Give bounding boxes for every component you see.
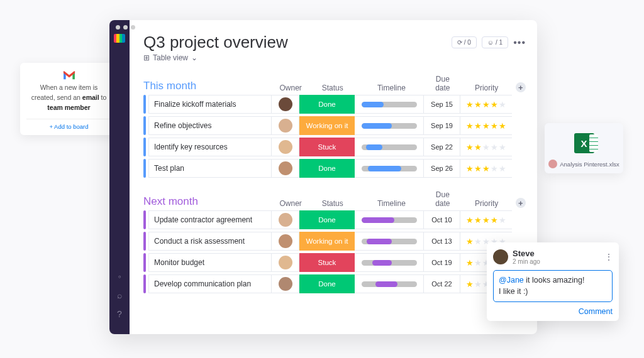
- col-header-due[interactable]: Due date: [428, 75, 458, 92]
- timeline-cell[interactable]: [355, 116, 424, 135]
- star-icon[interactable]: ★: [466, 121, 474, 131]
- item-name-cell[interactable]: Develop communication plan: [148, 274, 272, 293]
- more-menu-icon[interactable]: •••: [513, 37, 526, 48]
- star-icon[interactable]: ★: [499, 121, 506, 131]
- status-cell[interactable]: Stuck: [299, 138, 355, 156]
- col-header-status[interactable]: Status: [309, 199, 355, 208]
- timeline-cell[interactable]: [355, 159, 424, 178]
- star-icon[interactable]: ★: [474, 237, 482, 246]
- group-title[interactable]: This month: [143, 80, 269, 92]
- col-header-owner[interactable]: Owner: [279, 84, 302, 92]
- owner-cell[interactable]: [272, 253, 299, 272]
- star-icon[interactable]: ★: [466, 258, 474, 268]
- star-icon[interactable]: ★: [474, 279, 482, 289]
- help-icon[interactable]: ?: [117, 309, 122, 319]
- comment-menu-icon[interactable]: ⋮: [605, 252, 613, 261]
- item-name-cell[interactable]: Finalize kickoff materials: [148, 95, 272, 114]
- star-icon[interactable]: ★: [474, 121, 482, 131]
- priority-cell[interactable]: ★★★★★: [460, 159, 512, 178]
- table-row[interactable]: Monitor budget Stuck Oct 19 ★★★★★: [143, 253, 526, 272]
- status-cell[interactable]: Working on it: [299, 232, 355, 251]
- col-header-owner[interactable]: Owner: [279, 199, 302, 208]
- star-icon[interactable]: ★: [499, 100, 506, 109]
- table-row[interactable]: Conduct a risk assessment Working on it …: [143, 232, 526, 251]
- owner-cell[interactable]: [272, 274, 299, 293]
- item-name-cell[interactable]: Conduct a risk assessment: [148, 232, 272, 251]
- timeline-cell[interactable]: [355, 274, 424, 293]
- star-icon[interactable]: ★: [474, 143, 482, 152]
- status-cell[interactable]: Done: [299, 95, 355, 114]
- star-icon[interactable]: ★: [466, 100, 474, 109]
- due-date-cell[interactable]: Oct 19: [424, 253, 460, 272]
- timeline-cell[interactable]: [355, 210, 424, 229]
- star-icon[interactable]: ★: [482, 143, 490, 152]
- search-icon[interactable]: ⌕: [117, 290, 122, 300]
- excel-attachment-card[interactable]: X Analysis Pinterest.xlsx: [545, 123, 623, 173]
- star-icon[interactable]: ★: [474, 100, 482, 109]
- timeline-cell[interactable]: [355, 138, 424, 156]
- add-column-button[interactable]: +: [516, 198, 526, 208]
- app-logo-icon[interactable]: [114, 34, 125, 43]
- due-date-cell[interactable]: Sep 22: [424, 138, 460, 156]
- owner-cell[interactable]: [272, 232, 299, 251]
- due-date-cell[interactable]: Oct 13: [424, 232, 460, 251]
- item-name-cell[interactable]: Update contractor agreement: [148, 210, 272, 229]
- item-name-cell[interactable]: Refine objectives: [148, 116, 272, 135]
- col-header-timeline[interactable]: Timeline: [363, 84, 420, 92]
- owner-cell[interactable]: [272, 210, 299, 229]
- status-cell[interactable]: Working on it: [299, 116, 355, 135]
- star-icon[interactable]: ★: [491, 143, 498, 152]
- comment-button[interactable]: Comment: [493, 307, 613, 316]
- user-icon[interactable]: ◦: [118, 271, 121, 281]
- table-row[interactable]: Identify key resources Stuck Sep 22 ★★★★…: [143, 138, 526, 156]
- add-to-board-link[interactable]: + Add to board: [26, 119, 111, 130]
- members-pill[interactable]: ☺/ 1: [482, 36, 508, 48]
- window-controls[interactable]: [116, 25, 135, 30]
- owner-cell[interactable]: [272, 159, 299, 178]
- star-icon[interactable]: ★: [482, 215, 490, 225]
- col-header-priority[interactable]: Priority: [465, 199, 508, 208]
- owner-cell[interactable]: [272, 116, 299, 135]
- priority-cell[interactable]: ★★★★★: [460, 138, 512, 156]
- star-icon[interactable]: ★: [499, 143, 506, 152]
- gmail-automation-card[interactable]: When a new item is created, send an emai…: [20, 63, 118, 135]
- star-icon[interactable]: ★: [466, 164, 474, 173]
- comment-body[interactable]: @Jane it looks amazing! I like it :): [493, 270, 613, 302]
- star-icon[interactable]: ★: [474, 215, 482, 225]
- table-row[interactable]: Update contractor agreement Done Oct 10 …: [143, 210, 526, 229]
- item-name-cell[interactable]: Monitor budget: [148, 253, 272, 272]
- due-date-cell[interactable]: Oct 10: [424, 210, 460, 229]
- due-date-cell[interactable]: Sep 15: [424, 95, 460, 114]
- star-icon[interactable]: ★: [491, 121, 498, 131]
- star-icon[interactable]: ★: [482, 100, 490, 109]
- star-icon[interactable]: ★: [466, 237, 474, 246]
- activity-pill[interactable]: ⟳/ 0: [452, 36, 477, 48]
- table-row[interactable]: Test plan Done Sep 26 ★★★★★: [143, 159, 526, 178]
- star-icon[interactable]: ★: [491, 100, 498, 109]
- timeline-cell[interactable]: [355, 253, 424, 272]
- group-title[interactable]: Next month: [143, 195, 269, 208]
- col-header-timeline[interactable]: Timeline: [363, 199, 420, 208]
- item-name-cell[interactable]: Test plan: [148, 159, 272, 178]
- status-cell[interactable]: Done: [299, 274, 355, 293]
- item-name-cell[interactable]: Identify key resources: [148, 138, 272, 156]
- priority-cell[interactable]: ★★★★★: [460, 116, 512, 135]
- star-icon[interactable]: ★: [466, 215, 474, 225]
- status-cell[interactable]: Done: [299, 210, 355, 229]
- table-row[interactable]: Develop communication plan Done Oct 22 ★…: [143, 274, 526, 293]
- star-icon[interactable]: ★: [491, 215, 498, 225]
- star-icon[interactable]: ★: [491, 164, 498, 173]
- mention[interactable]: @Jane: [499, 276, 524, 285]
- table-row[interactable]: Refine objectives Working on it Sep 19 ★…: [143, 116, 526, 135]
- owner-cell[interactable]: [272, 95, 299, 114]
- owner-cell[interactable]: [272, 138, 299, 156]
- col-header-due[interactable]: Due date: [428, 190, 458, 208]
- star-icon[interactable]: ★: [482, 121, 490, 131]
- add-column-button[interactable]: +: [516, 82, 526, 92]
- due-date-cell[interactable]: Sep 19: [424, 116, 460, 135]
- view-switcher[interactable]: ⊞ Table view ⌄: [143, 53, 526, 62]
- status-cell[interactable]: Done: [299, 159, 355, 178]
- priority-cell[interactable]: ★★★★★: [460, 95, 512, 114]
- status-cell[interactable]: Stuck: [299, 253, 355, 272]
- col-header-status[interactable]: Status: [309, 84, 355, 92]
